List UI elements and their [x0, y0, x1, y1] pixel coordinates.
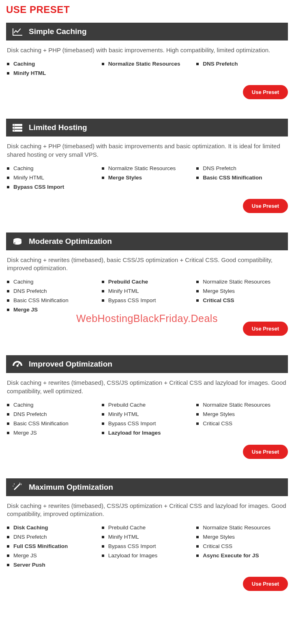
use-preset-button[interactable]: Use Preset	[243, 577, 288, 591]
feature-item: DNS Prefetch	[7, 534, 98, 540]
feature-list: CachingNormalize Static ResourcesDNS Pre…	[6, 165, 288, 190]
use-preset-button[interactable]: Use Preset	[243, 199, 288, 213]
use-preset-button[interactable]: Use Preset	[243, 322, 288, 336]
preset-block: Improved OptimizationDisk caching + rewr…	[6, 355, 288, 459]
preset-block: Moderate OptimizationDisk caching + rewr…	[6, 232, 288, 336]
preset-header: Limited Hosting	[6, 119, 288, 136]
feature-item: Disk Caching	[7, 525, 98, 531]
button-row: Use Preset	[6, 577, 288, 591]
preset-block: Limited HostingDisk caching + PHP (timeb…	[6, 119, 288, 213]
feature-item: Basic CSS Minification	[7, 420, 98, 426]
feature-item: DNS Prefetch	[196, 165, 287, 171]
feature-item: Basic CSS Minification	[7, 297, 98, 303]
feature-item: Merge Styles	[196, 288, 287, 294]
feature-item: Caching	[7, 279, 98, 285]
button-row: Use Preset	[6, 85, 288, 99]
preset-description: Disk caching + rewrites (timebased), CSS…	[6, 496, 288, 525]
feature-item: Full CSS Minification	[7, 543, 98, 549]
feature-item: Caching	[7, 402, 98, 408]
feature-list: CachingPrebuild CacheNormalize Static Re…	[6, 402, 288, 436]
feature-item: Bypass CSS Import	[102, 420, 193, 426]
feature-item: Minify HTML	[7, 175, 98, 181]
feature-item: Minify HTML	[102, 288, 193, 294]
feature-item: Minify HTML	[7, 70, 98, 76]
chart-line-icon	[12, 27, 23, 36]
feature-item: Caching	[7, 165, 98, 171]
feature-list: CachingNormalize Static ResourcesDNS Pre…	[6, 61, 288, 76]
feature-item: Prebuild Cache	[102, 525, 193, 531]
feature-item: Minify HTML	[102, 411, 193, 417]
preset-title: Limited Hosting	[29, 123, 87, 132]
preset-description: Disk caching + PHP (timebased) with basi…	[6, 41, 288, 61]
preset-title: Improved Optimization	[29, 360, 112, 369]
feature-item: Merge Styles	[102, 175, 193, 181]
use-preset-button[interactable]: Use Preset	[243, 85, 288, 99]
preset-header: Simple Caching	[6, 23, 288, 41]
feature-item: Normalize Static Resources	[196, 525, 287, 531]
feature-item: Bypass CSS Import	[102, 543, 193, 549]
page-title: USE PRESET	[6, 4, 288, 15]
feature-item: Merge Styles	[196, 534, 287, 540]
feature-item: Minify HTML	[102, 534, 193, 540]
feature-item: Merge JS	[7, 552, 98, 559]
feature-item: Bypass CSS Import	[7, 184, 98, 190]
preset-description: Disk caching + rewrites (timebased), bas…	[6, 250, 288, 279]
preset-title: Maximum Optimization	[29, 483, 113, 492]
preset-header: Maximum Optimization	[6, 478, 288, 496]
feature-item: Basic CSS Minification	[196, 175, 287, 181]
preset-header: Improved Optimization	[6, 355, 288, 373]
button-row: Use Preset	[6, 445, 288, 459]
feature-item: Critical CSS	[196, 543, 287, 549]
feature-item: Bypass CSS Import	[102, 297, 193, 303]
preset-description: Disk caching + PHP (timebased) with basi…	[6, 136, 288, 165]
preset-title: Simple Caching	[29, 27, 87, 36]
feature-item: Prebuild Cache	[102, 402, 193, 408]
use-preset-button[interactable]: Use Preset	[243, 445, 288, 459]
feature-item: Merge Styles	[196, 411, 287, 417]
feature-item: Normalize Static Resources	[102, 61, 193, 67]
feature-item: Lazyload for Images	[102, 552, 193, 559]
feature-item: Normalize Static Resources	[196, 279, 287, 285]
feature-item: Merge JS	[7, 430, 98, 436]
feature-item: DNS Prefetch	[196, 61, 287, 67]
feature-list: Disk CachingPrebuild CacheNormalize Stat…	[6, 525, 288, 568]
preset-title: Moderate Optimization	[29, 237, 112, 246]
preset-description: Disk caching + rewrites (timebased), CSS…	[6, 373, 288, 402]
disk-icon	[12, 237, 23, 246]
feature-item: Normalize Static Resources	[102, 165, 193, 171]
feature-item: Lazyload for Images	[102, 430, 193, 436]
wand-icon	[12, 482, 23, 492]
feature-item: Caching	[7, 61, 98, 67]
button-row: Use Preset	[6, 199, 288, 213]
preset-block: Simple CachingDisk caching + PHP (timeba…	[6, 23, 288, 99]
feature-item: Merge JS	[7, 307, 98, 313]
feature-item: DNS Prefetch	[7, 288, 98, 294]
feature-list: CachingPrebuild CacheNormalize Static Re…	[6, 279, 288, 313]
button-row: Use Preset	[6, 322, 288, 336]
server-icon	[12, 123, 23, 132]
preset-header: Moderate Optimization	[6, 232, 288, 250]
preset-block: Maximum OptimizationDisk caching + rewri…	[6, 478, 288, 591]
feature-item: Critical CSS	[196, 297, 287, 303]
feature-item: Server Push	[7, 562, 98, 568]
feature-item: DNS Prefetch	[7, 411, 98, 417]
feature-item: Async Execute for JS	[196, 552, 287, 559]
feature-item: Normalize Static Resources	[196, 402, 287, 408]
gauge-icon	[12, 359, 23, 369]
feature-item: Prebuild Cache	[102, 279, 193, 285]
feature-item: Critical CSS	[196, 420, 287, 426]
